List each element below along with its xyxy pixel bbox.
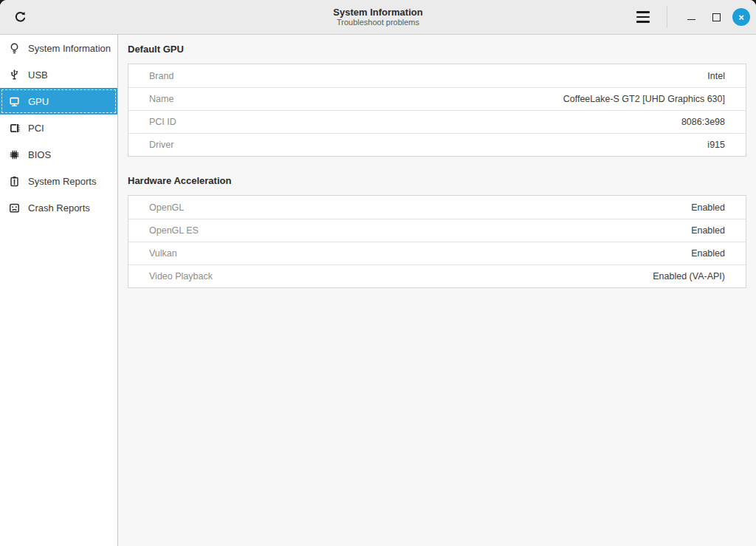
info-section: Default GPU Brand Intel Name CoffeeLake-… bbox=[128, 44, 746, 157]
row-value: i915 bbox=[707, 140, 725, 150]
minimize-icon bbox=[687, 19, 695, 20]
row-label: OpenGL ES bbox=[149, 225, 199, 236]
sidebar: System Information USB GPU PCI BIOS Syst… bbox=[0, 35, 118, 546]
row-value: Enabled (VA-API) bbox=[653, 271, 725, 281]
crash-face-icon bbox=[7, 201, 21, 214]
row-label: Driver bbox=[149, 140, 173, 150]
row-value: 8086:3e98 bbox=[681, 117, 725, 127]
table-row: Brand Intel bbox=[128, 64, 746, 87]
row-label: Video Playback bbox=[149, 271, 213, 281]
info-table: OpenGL Enabled OpenGL ES Enabled Vulkan … bbox=[128, 195, 746, 288]
sidebar-item-crash-reports[interactable]: Crash Reports bbox=[0, 194, 117, 221]
minimize-button[interactable] bbox=[681, 7, 701, 27]
table-row: PCI ID 8086:3e98 bbox=[128, 110, 746, 133]
row-value: Enabled bbox=[691, 248, 725, 259]
close-button[interactable]: × bbox=[732, 8, 750, 26]
sidebar-item-system-reports[interactable]: System Reports bbox=[0, 168, 117, 194]
chip-icon bbox=[7, 148, 21, 161]
clipboard-alert-icon bbox=[7, 174, 21, 188]
window-subtitle: Troubleshoot problems bbox=[337, 18, 419, 27]
maximize-button[interactable] bbox=[706, 7, 726, 27]
content-area: Default GPU Brand Intel Name CoffeeLake-… bbox=[118, 35, 756, 546]
usb-icon bbox=[7, 68, 21, 81]
window-title: System Information bbox=[333, 7, 422, 18]
row-label: Name bbox=[149, 94, 173, 104]
table-row: Driver i915 bbox=[128, 133, 746, 156]
app-window: System Information Troubleshoot problems… bbox=[0, 0, 756, 546]
table-row: OpenGL ES Enabled bbox=[128, 219, 746, 242]
titlebar-separator bbox=[667, 6, 667, 28]
info-table: Brand Intel Name CoffeeLake-S GT2 [UHD G… bbox=[128, 64, 746, 157]
sidebar-item-system-information[interactable]: System Information bbox=[0, 35, 117, 61]
table-row: Vulkan Enabled bbox=[128, 242, 746, 265]
sidebar-item-bios[interactable]: BIOS bbox=[0, 141, 117, 168]
monitor-icon bbox=[7, 95, 21, 108]
row-value: CoffeeLake-S GT2 [UHD Graphics 630] bbox=[563, 94, 725, 104]
refresh-button[interactable] bbox=[7, 4, 32, 30]
section-title: Default GPU bbox=[128, 44, 746, 55]
row-value: Enabled bbox=[691, 225, 725, 236]
sidebar-item-pci[interactable]: PCI bbox=[0, 115, 117, 141]
row-label: Vulkan bbox=[149, 248, 177, 259]
row-label: Brand bbox=[149, 71, 173, 81]
table-row: Video Playback Enabled (VA-API) bbox=[128, 265, 746, 287]
lightbulb-icon bbox=[7, 41, 21, 55]
maximize-icon bbox=[712, 13, 721, 21]
info-section: Hardware Acceleration OpenGL Enabled Ope… bbox=[128, 175, 746, 288]
pci-card-icon bbox=[7, 121, 21, 134]
row-label: OpenGL bbox=[149, 202, 184, 213]
row-value: Intel bbox=[707, 71, 725, 81]
titlebar: System Information Troubleshoot problems… bbox=[0, 0, 756, 35]
table-row: OpenGL Enabled bbox=[128, 196, 746, 219]
refresh-icon bbox=[13, 10, 27, 24]
menu-button[interactable] bbox=[630, 4, 656, 30]
row-value: Enabled bbox=[691, 202, 725, 213]
section-title: Hardware Acceleration bbox=[128, 175, 746, 186]
row-label: PCI ID bbox=[149, 117, 176, 127]
sidebar-item-gpu[interactable]: GPU bbox=[0, 88, 117, 115]
close-icon: × bbox=[738, 13, 744, 22]
sidebar-item-usb[interactable]: USB bbox=[0, 61, 117, 88]
table-row: Name CoffeeLake-S GT2 [UHD Graphics 630] bbox=[128, 87, 746, 110]
